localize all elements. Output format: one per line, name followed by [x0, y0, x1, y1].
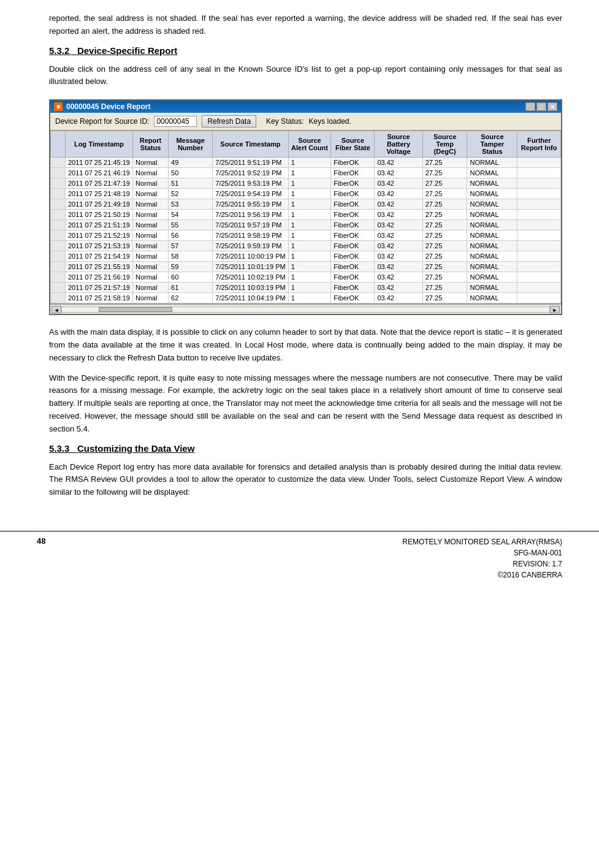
- horizontal-scrollbar-thumb[interactable]: [99, 307, 172, 312]
- refresh-data-button[interactable]: Refresh Data: [202, 115, 256, 128]
- section-532-title: Device-Specific Report: [77, 45, 177, 56]
- col-header-message-number[interactable]: Message Number: [169, 131, 213, 158]
- table-cell: NORMAL: [467, 210, 517, 220]
- data-table-wrapper[interactable]: Log Timestamp Report Status Message Numb…: [50, 131, 561, 304]
- table-cell: 27.25: [422, 168, 467, 178]
- table-cell: 7/25/2011 9:59:19 PM: [213, 241, 288, 251]
- table-cell: 2011 07 25 21:50:19: [66, 210, 133, 220]
- section-532-para1: Double click on the address cell of any …: [49, 63, 562, 89]
- scroll-left-button[interactable]: ◄: [52, 306, 61, 313]
- table-cell: 03.42: [375, 220, 422, 230]
- table-cell: 03.42: [375, 189, 422, 199]
- section-532-heading: 5.3.2 Device-Specific Report: [49, 45, 562, 56]
- section-532-number: 5.3.2: [49, 45, 69, 56]
- table-cell: [517, 168, 561, 178]
- table-cell: FiberOK: [331, 199, 375, 210]
- scroll-right-button[interactable]: ►: [550, 306, 560, 313]
- table-cell: 2011 07 25 21:48:19: [66, 189, 133, 199]
- col-header-source-alert-count[interactable]: Source Alert Count: [288, 131, 331, 158]
- table-cell: 61: [169, 283, 213, 293]
- table-cell: [517, 230, 561, 241]
- col-header-source-fiber-state[interactable]: Source Fiber State: [331, 131, 375, 158]
- table-cell: 59: [169, 262, 213, 272]
- footer-doc-number: SFG-MAN-001: [402, 547, 562, 558]
- table-cell: 62: [169, 293, 213, 303]
- table-cell: 7/25/2011 10:03:19 PM: [213, 283, 288, 293]
- table-cell: Normal: [132, 210, 168, 220]
- table-cell: 03.42: [375, 283, 422, 293]
- horizontal-scrollbar-track[interactable]: [61, 306, 550, 313]
- table-cell: [517, 199, 561, 210]
- close-button[interactable]: ✕: [547, 102, 557, 111]
- table-cell: [517, 158, 561, 168]
- table-cell: 1: [288, 283, 331, 293]
- col-header-source-temp[interactable]: Source Temp (DegC): [422, 131, 467, 158]
- section-533-title: Customizing the Data View: [77, 443, 194, 454]
- section-533-para1: Each Device Report log entry has more da…: [49, 461, 562, 499]
- source-id-input[interactable]: [154, 116, 197, 127]
- key-status-label: Key Status:: [266, 117, 303, 126]
- table-cell: 27.25: [422, 241, 467, 251]
- table-cell: Normal: [132, 199, 168, 210]
- table-cell: 03.42: [375, 199, 422, 210]
- table-cell: [517, 178, 561, 189]
- row-num-cell: [51, 199, 66, 210]
- key-status-value: Keys loaded.: [308, 117, 351, 126]
- row-num-cell: [51, 230, 66, 241]
- row-num-cell: [51, 168, 66, 178]
- row-num-cell: [51, 241, 66, 251]
- table-cell: FiberOK: [331, 210, 375, 220]
- table-cell: Normal: [132, 251, 168, 262]
- table-cell: Normal: [132, 168, 168, 178]
- table-cell: [517, 272, 561, 283]
- footer-revision: REVISION: 1.7: [402, 558, 562, 569]
- table-cell: [517, 293, 561, 303]
- table-cell: 03.42: [375, 272, 422, 283]
- table-row: 2011 07 25 21:54:19Normal587/25/2011 10:…: [51, 251, 561, 262]
- table-cell: FiberOK: [331, 189, 375, 199]
- table-cell: 7/25/2011 10:04:19 PM: [213, 293, 288, 303]
- col-header-report-status[interactable]: Report Status: [132, 131, 168, 158]
- minimize-button[interactable]: _: [525, 102, 535, 111]
- table-cell: 2011 07 25 21:53:19: [66, 241, 133, 251]
- table-cell: 2011 07 25 21:52:19: [66, 230, 133, 241]
- table-cell: 03.42: [375, 251, 422, 262]
- table-cell: 27.25: [422, 178, 467, 189]
- table-cell: 27.25: [422, 262, 467, 272]
- row-num-cell: [51, 272, 66, 283]
- table-cell: 53: [169, 199, 213, 210]
- maximize-button[interactable]: □: [536, 102, 546, 111]
- col-header-source-tamper-status[interactable]: Source Tamper Status: [467, 131, 517, 158]
- table-cell: 2011 07 25 21:57:19: [66, 283, 133, 293]
- titlebar-left: ■ 00000045 Device Report: [54, 102, 150, 111]
- table-cell: FiberOK: [331, 293, 375, 303]
- table-cell: NORMAL: [467, 241, 517, 251]
- device-report-table: Log Timestamp Report Status Message Numb…: [50, 131, 561, 303]
- table-cell: 27.25: [422, 230, 467, 241]
- table-cell: 7/25/2011 9:54:19 PM: [213, 189, 288, 199]
- window-toolbar: Device Report for Source ID: Refresh Dat…: [50, 113, 561, 131]
- table-cell: 57: [169, 241, 213, 251]
- footer-doc-name: REMOTELY MONITORED SEAL ARRAY(RMSA): [402, 536, 562, 547]
- col-header-source-timestamp[interactable]: Source Timestamp: [213, 131, 288, 158]
- table-cell: Normal: [132, 220, 168, 230]
- table-cell: 27.25: [422, 293, 467, 303]
- col-header-log-timestamp[interactable]: Log Timestamp: [66, 131, 133, 158]
- table-cell: 2011 07 25 21:45:19: [66, 158, 133, 168]
- table-cell: 27.25: [422, 158, 467, 168]
- table-cell: 27.25: [422, 199, 467, 210]
- table-cell: 2011 07 25 21:56:19: [66, 272, 133, 283]
- table-cell: NORMAL: [467, 293, 517, 303]
- col-header-source-battery-voltage[interactable]: Source Battery Voltage: [375, 131, 422, 158]
- table-cell: 03.42: [375, 293, 422, 303]
- table-cell: Normal: [132, 293, 168, 303]
- table-row: 2011 07 25 21:51:19Normal557/25/2011 9:5…: [51, 220, 561, 230]
- table-cell: 1: [288, 241, 331, 251]
- col-header-further-report-info[interactable]: Further Report Info: [517, 131, 561, 158]
- table-cell: [517, 283, 561, 293]
- window-controls[interactable]: _ □ ✕: [525, 102, 557, 111]
- table-cell: 03.42: [375, 210, 422, 220]
- table-cell: 56: [169, 230, 213, 241]
- table-cell: 1: [288, 210, 331, 220]
- table-row: 2011 07 25 21:55:19Normal597/25/2011 10:…: [51, 262, 561, 272]
